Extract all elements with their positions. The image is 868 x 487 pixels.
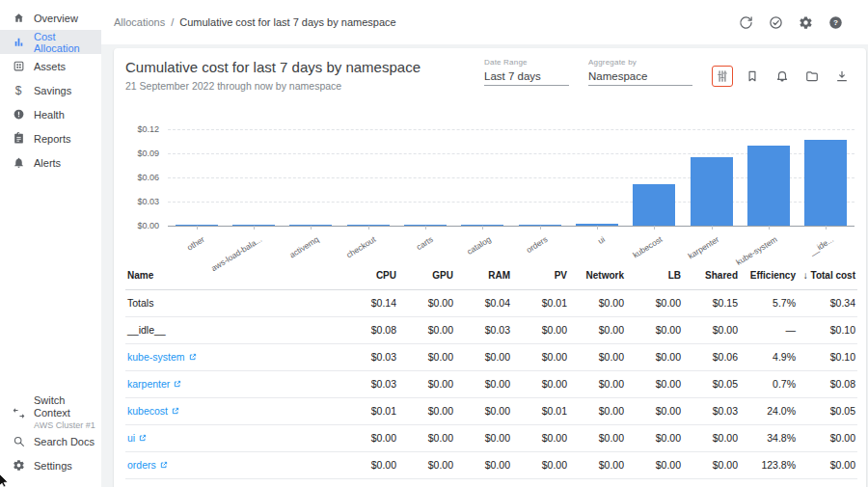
- column-header-name[interactable]: Name: [125, 262, 341, 289]
- sidebar-item-label: Search Docs: [34, 436, 95, 447]
- chart-bar[interactable]: [804, 140, 847, 226]
- row-value-cell: 34.8%: [740, 424, 798, 451]
- external-link-icon: [174, 380, 181, 388]
- chart-bar-slot: karpenter: [683, 129, 740, 226]
- topbar-settings-button[interactable]: [797, 14, 815, 32]
- chart-bar[interactable]: [576, 224, 618, 226]
- sidebar-item-alerts[interactable]: Alerts: [0, 150, 101, 175]
- sidebar: OverviewCost AllocationAssets$SavingsHea…: [0, 0, 101, 487]
- topbar-help-button[interactable]: ?: [827, 14, 845, 32]
- row-value-cell: $0.00: [455, 424, 512, 451]
- breadcrumb-parent[interactable]: Allocations: [114, 16, 165, 28]
- column-header-shared[interactable]: Shared: [683, 262, 740, 289]
- row-value-cell: $0.00: [569, 343, 626, 370]
- row-value-cell: $0.06: [683, 343, 740, 370]
- row-value-cell: $0.00: [341, 424, 398, 451]
- sidebar-item-health[interactable]: Health: [0, 102, 101, 126]
- row-name-label: orders: [127, 459, 156, 471]
- chart-bar[interactable]: [347, 225, 390, 226]
- report-card: Cumulative cost for last 7 days by names…: [114, 48, 866, 487]
- row-value-cell: $0.00: [455, 451, 512, 478]
- namespace-link[interactable]: ui: [127, 432, 147, 444]
- row-name-cell: karpenter: [125, 370, 341, 397]
- row-value-cell: $0.34: [798, 289, 857, 316]
- row-value-cell: $0.00: [398, 397, 455, 424]
- sidebar-item-switch-context[interactable]: Switch ContextAWS Cluster #1: [0, 396, 101, 429]
- chart-bar[interactable]: [404, 225, 447, 226]
- row-value-cell: $0.00: [798, 424, 857, 451]
- help-icon: ?: [828, 15, 843, 30]
- date-range-select[interactable]: Date Range Last 7 days: [484, 58, 569, 86]
- search-icon: [12, 435, 25, 448]
- column-header-total-cost[interactable]: ↓ Total cost: [798, 262, 857, 289]
- row-value-cell: $0.00: [512, 478, 569, 487]
- toolbar-edit-button[interactable]: [712, 66, 733, 87]
- sidebar-item-overview[interactable]: Overview: [0, 6, 101, 30]
- chart-bar[interactable]: [461, 225, 503, 226]
- column-header-pv[interactable]: PV: [512, 262, 569, 289]
- namespace-link[interactable]: kube-system: [127, 351, 197, 363]
- gridline: [168, 226, 854, 227]
- column-header-network[interactable]: Network: [569, 262, 626, 289]
- namespace-link[interactable]: orders: [127, 459, 168, 471]
- row-name-cell: kubecost: [125, 397, 341, 424]
- home-icon: [12, 12, 25, 25]
- topbar-refresh-button[interactable]: [737, 14, 755, 32]
- row-value-cell: $0.03: [341, 343, 398, 370]
- table-row: catalog$0.00$0.00$0.00$0.00$0.00$0.00$0.…: [125, 478, 857, 487]
- toolbar-alerts-button[interactable]: [772, 66, 793, 87]
- column-header-cpu[interactable]: CPU: [341, 262, 398, 289]
- breadcrumb-current: Cumulative cost for last 7 days by names…: [179, 16, 395, 28]
- external-link-icon: [160, 461, 168, 469]
- row-name-label: kubecost: [127, 405, 168, 417]
- row-value-cell: $0.00: [512, 451, 569, 478]
- chart-bar[interactable]: [519, 225, 561, 226]
- row-value-cell: $0.03: [341, 370, 398, 397]
- column-header-efficiency[interactable]: Efficiency: [740, 262, 798, 289]
- row-value-cell: $0.00: [569, 424, 626, 451]
- topbar-status-button[interactable]: [767, 14, 785, 32]
- sidebar-item-label: Health: [34, 109, 65, 121]
- sidebar-item-settings[interactable]: Settings: [0, 453, 101, 477]
- toolbar-download-button[interactable]: [831, 66, 853, 87]
- row-name-cell: orders: [125, 451, 341, 478]
- row-value-cell: $0.00: [455, 343, 512, 370]
- chart-bar[interactable]: [691, 157, 733, 226]
- chart-bar[interactable]: [176, 225, 218, 226]
- toolbar-reports-button[interactable]: [801, 66, 823, 87]
- bar-chart-icon: [12, 36, 25, 49]
- chart-bar[interactable]: [232, 225, 275, 226]
- row-value-cell: $0.00: [626, 370, 683, 397]
- chart-bar[interactable]: [633, 184, 675, 226]
- tune-icon: [716, 69, 729, 83]
- row-value-cell: $0.00: [512, 343, 569, 370]
- namespace-link[interactable]: karpenter: [127, 378, 181, 390]
- sidebar-item-label: Assets: [34, 61, 66, 72]
- row-value-cell: $0.00: [569, 397, 626, 424]
- folder-icon: [805, 69, 819, 83]
- sidebar-item-label: Settings: [34, 460, 72, 472]
- namespace-link[interactable]: kubecost: [127, 405, 179, 417]
- chart-bar[interactable]: [747, 146, 790, 226]
- toolbar-save-report-button[interactable]: [742, 66, 763, 87]
- row-value-cell: $0.00: [512, 316, 569, 343]
- row-value-cell: $0.00: [398, 451, 455, 478]
- chart-bar-slot: ui: [568, 129, 625, 226]
- column-header-lb[interactable]: LB: [626, 262, 683, 289]
- row-name-cell: ui: [125, 424, 341, 451]
- row-value-cell: 0.7%: [740, 370, 798, 397]
- sidebar-item-savings[interactable]: $Savings: [0, 78, 101, 102]
- sidebar-item-cost-allocation[interactable]: Cost Allocation: [0, 30, 101, 54]
- sidebar-item-search-docs[interactable]: Search Docs: [0, 429, 101, 453]
- column-header-ram[interactable]: RAM: [455, 262, 512, 289]
- row-value-cell: $0.00: [569, 370, 626, 397]
- y-axis-tick-label: $0.12: [137, 124, 159, 134]
- chart-bar[interactable]: [289, 225, 332, 226]
- row-value-cell: $0.10: [798, 343, 857, 370]
- sidebar-item-assets[interactable]: Assets: [0, 54, 101, 78]
- column-header-gpu[interactable]: GPU: [398, 262, 455, 289]
- date-range-label: Date Range: [484, 58, 569, 67]
- aggregate-by-select[interactable]: Aggregate by Namespace: [588, 58, 692, 86]
- row-value-cell: $0.00: [398, 289, 455, 316]
- sidebar-item-reports[interactable]: Reports: [0, 126, 101, 150]
